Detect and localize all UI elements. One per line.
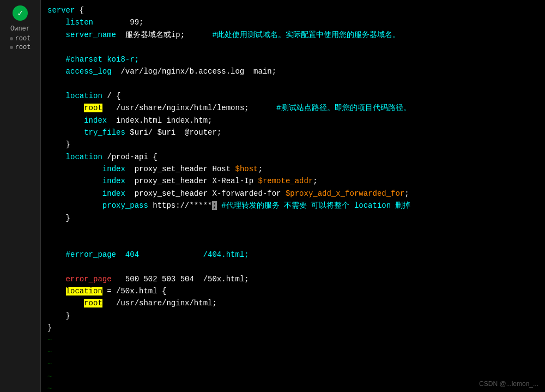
code-line-10: index index.html index.htm; [47, 114, 538, 126]
code-line-17: proxy_pass https://*****; #代理转发的服务 不需要 可… [47, 200, 538, 212]
tilde-4: ~ [47, 371, 538, 383]
code-line-12: } [47, 138, 538, 150]
code-line-13: location /prod-api { [47, 151, 538, 163]
code-line-15: index proxy_set_header X-Real-Ip $remote… [47, 175, 538, 187]
sidebar-root-1: root [15, 35, 31, 43]
code-line-25: root /usr/share/nginx/html; [47, 297, 538, 309]
code-line-27: } [47, 322, 538, 334]
code-line-20 [47, 236, 538, 248]
code-line-6: access_log /var/log/nginx/b.access.log m… [47, 65, 538, 77]
owner-label: Owner [10, 25, 30, 33]
code-line-7 [47, 77, 538, 89]
code-line-21: #error_page 404 /404.html; [47, 249, 538, 261]
code-line-3: server_name 服务器域名或ip; #此处使用测试域名。实际配置中使用您… [47, 29, 538, 41]
watermark: CSDN @...lemon_... [479, 380, 538, 388]
dot-icon [10, 37, 13, 40]
tilde-5: ~ [47, 383, 538, 392]
code-line-18: } [47, 212, 538, 224]
code-line-19 [47, 224, 538, 236]
dot-icon-2 [10, 46, 13, 49]
code-line-11: try_files $uri/ $uri @router; [47, 126, 538, 138]
tilde-3: ~ [47, 358, 538, 370]
check-icon [13, 5, 28, 21]
code-line-16: index proxy_set_header X-forwarded-for $… [47, 188, 538, 200]
sidebar: Owner root root [0, 0, 41, 392]
code-line-5: #charset koi8-r; [47, 53, 538, 65]
tilde-1: ~ [47, 334, 538, 346]
code-line-1: server { [47, 4, 538, 16]
code-line-23: error_page 500 502 503 504 /50x.html; [47, 273, 538, 285]
code-line-4 [47, 41, 538, 53]
code-line-14: index proxy_set_header Host $host; [47, 163, 538, 175]
code-line-26: } [47, 310, 538, 322]
code-line-24: location = /50x.html { [47, 285, 538, 297]
code-line-8: location / { [47, 90, 538, 102]
sidebar-item-1: root [10, 35, 31, 43]
code-line-2: listen 99; [47, 16, 538, 28]
code-editor[interactable]: server { listen 99; server_name 服务器域名或ip… [41, 0, 545, 392]
tilde-2: ~ [47, 346, 538, 358]
code-line-9: root /usr/share/nginx/html/lemons; #测试站点… [47, 102, 538, 114]
sidebar-root-2: root [15, 44, 31, 51]
sidebar-item-2: root [10, 44, 31, 51]
code-line-22 [47, 261, 538, 273]
